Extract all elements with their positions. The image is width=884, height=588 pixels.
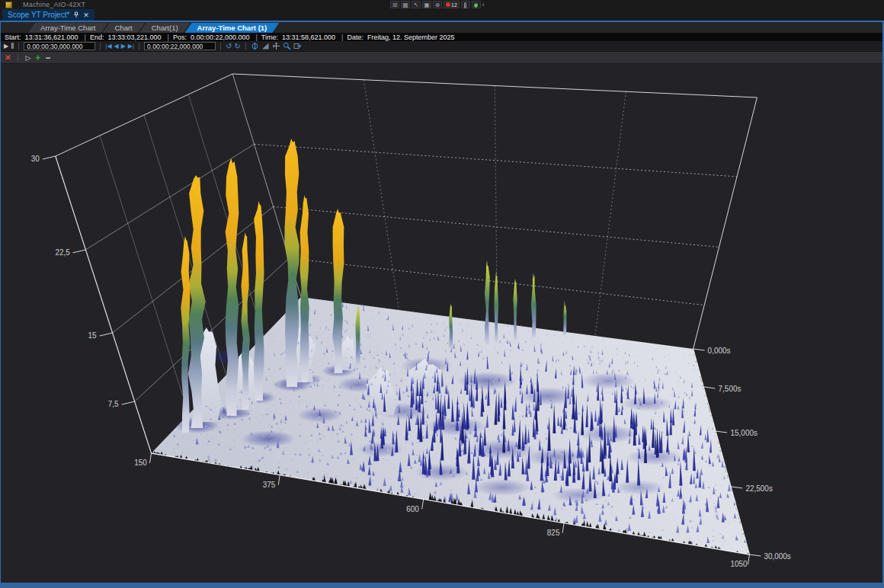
title-bar: Machine_AIO-42XT ⊞ ▦ ↖ ▣ ⊕ 12 i ✓ ‹ — [0, 0, 884, 8]
camera-icon[interactable]: ▦ — [401, 1, 410, 8]
pan-button[interactable] — [272, 42, 280, 50]
export-region-icon[interactable]: ⊞ — [390, 1, 399, 8]
pos-value: 0.00:00:22,000.000 — [191, 34, 250, 41]
select-cursor-icon[interactable]: ↖ — [412, 1, 421, 8]
tab-array-time-chart-1[interactable]: Array-Time Chart (1) — [185, 23, 280, 33]
position-field[interactable] — [144, 42, 216, 50]
divider — [100, 43, 101, 50]
date-label: Date: — [347, 34, 364, 41]
remove-cursor-button[interactable]: − — [45, 53, 50, 63]
error-count: 12 — [451, 2, 457, 8]
skip-start-button[interactable]: |◀ — [105, 43, 111, 50]
time-value: 13:31:58,621.000 — [282, 34, 335, 41]
target-icon[interactable]: ⊕ — [433, 1, 442, 8]
duration-field[interactable] — [24, 42, 95, 50]
chart-tab-bar: Array-Time Chart Chart Chart(1) Array-Ti… — [1, 22, 882, 33]
start-value: 13:31:36,621.000 — [25, 34, 78, 41]
svg-text:7,500s: 7,500s — [719, 385, 741, 393]
chart-panel-toolbar: ✕ ▷ + − — [1, 52, 882, 64]
svg-text:22,500s: 22,500s — [745, 484, 772, 493]
record-info-bar: Start: 13:31:36,621.000 | End: 13:33:03,… — [1, 33, 882, 41]
svg-text:600: 600 — [406, 505, 419, 513]
svg-text:1050: 1050 — [730, 560, 748, 568]
svg-text:375: 375 — [263, 481, 276, 489]
errors-badge[interactable]: 12 — [444, 1, 460, 8]
frame-icon[interactable]: ▣ — [422, 1, 431, 8]
svg-text:22,5: 22,5 — [55, 248, 70, 257]
start-label: Start: — [5, 34, 21, 41]
close-tab-icon[interactable]: ✕ — [83, 11, 89, 19]
svg-text:0,000s: 0,000s — [708, 347, 731, 355]
add-cursor-button[interactable]: + — [35, 53, 40, 63]
svg-text:30,000s: 30,000s — [764, 552, 790, 561]
divider — [18, 54, 18, 62]
document-tab-label: Scope YT Project* — [8, 11, 69, 19]
playback-toolbar: ▶ ‖ |◀ ◀ ▶ ▶| ↺ ↻ — [1, 41, 882, 52]
collapse-chevron-icon[interactable]: ‹ — [482, 1, 485, 8]
separator: | — [168, 34, 169, 41]
export-button[interactable] — [293, 42, 302, 50]
svg-text:825: 825 — [547, 529, 560, 537]
chart-cursor-button[interactable] — [251, 42, 259, 50]
window-title: Machine_AIO-42XT — [23, 1, 85, 8]
status-bar — [0, 583, 884, 588]
document-tab[interactable]: Scope YT Project* ✕ — [2, 9, 94, 21]
array-time-3d-chart[interactable]: 15037560082510500,000s7,500s15,000s22,50… — [1, 64, 882, 583]
skip-end-button[interactable]: ▶| — [128, 43, 134, 50]
tab-array-time-chart[interactable]: Array-Time Chart — [28, 23, 108, 33]
end-value: 13:33:03,221.000 — [107, 34, 161, 41]
zoom-button[interactable] — [283, 42, 291, 50]
axis-scale-button[interactable] — [261, 42, 270, 50]
error-dot-icon — [446, 2, 450, 7]
document-frame: Array-Time Chart Chart Chart(1) Array-Ti… — [0, 21, 884, 583]
start-cursor-button[interactable]: ▷ — [25, 54, 30, 62]
end-label: End: — [90, 34, 104, 41]
play-button[interactable]: ▶ — [4, 43, 8, 50]
svg-text:7,5: 7,5 — [108, 400, 119, 408]
info-icon[interactable]: i — [461, 1, 470, 8]
chart-area: 15037560082510500,000s7,500s15,000s22,50… — [1, 64, 882, 583]
pos-label: Pos: — [173, 34, 187, 41]
app-icon — [5, 2, 12, 8]
document-tab-bar: Scope YT Project* ✕ — [0, 8, 884, 21]
pause-button[interactable]: ‖ — [11, 43, 14, 50]
step-forward-button[interactable]: ▶ — [121, 43, 126, 50]
svg-text:15,000s: 15,000s — [731, 429, 757, 437]
svg-text:150: 150 — [134, 459, 147, 467]
time-label: Time: — [261, 34, 278, 41]
divider — [139, 43, 139, 50]
separator: | — [255, 34, 257, 41]
svg-text:15: 15 — [88, 331, 98, 340]
step-back-button[interactable]: ◀ — [114, 43, 119, 50]
undo-zoom-button[interactable]: ↺ — [226, 43, 232, 50]
delete-chart-button[interactable]: ✕ — [5, 53, 11, 62]
date-value: Freitag, 12. September 2025 — [367, 34, 455, 41]
separator: | — [85, 34, 86, 41]
title-toolbar: ⊞ ▦ ↖ ▣ ⊕ 12 i ✓ ‹ — [390, 1, 485, 8]
pin-icon[interactable] — [73, 11, 79, 18]
separator: | — [341, 34, 343, 41]
divider — [18, 43, 19, 50]
status-ok-icon[interactable]: ✓ — [472, 1, 481, 8]
tab-chart[interactable]: Chart — [103, 23, 145, 33]
divider — [245, 43, 246, 50]
divider — [220, 43, 221, 50]
redo-zoom-button[interactable]: ↻ — [234, 43, 240, 50]
svg-text:30: 30 — [31, 155, 40, 163]
tab-chart-1[interactable]: Chart(1) — [139, 23, 191, 33]
